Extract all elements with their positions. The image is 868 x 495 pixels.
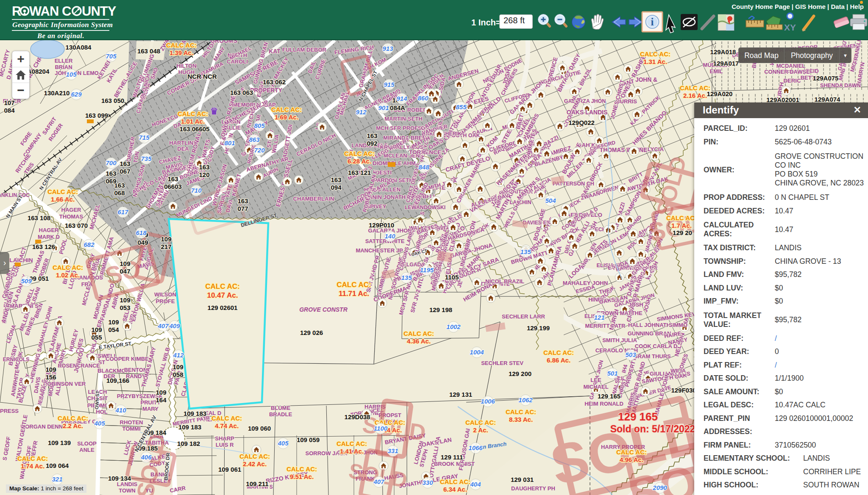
svg-text:735: 735 <box>141 155 152 162</box>
svg-text:HAGER: HAGER <box>61 207 82 213</box>
svg-text:109 134: 109 134 <box>108 475 131 482</box>
svg-text:720: 720 <box>254 147 265 154</box>
svg-text:107: 107 <box>4 99 14 106</box>
svg-text:CALC AC:: CALC AC: <box>271 106 302 113</box>
svg-text:163 099: 163 099 <box>85 112 108 119</box>
svg-text:4.96 Ac.: 4.96 Ac. <box>620 456 643 463</box>
svg-text:4.74 Ac.: 4.74 Ac. <box>215 422 239 429</box>
svg-text:321: 321 <box>52 476 62 483</box>
svg-text:1002: 1002 <box>446 323 461 330</box>
svg-text:ELLER: ELLER <box>55 58 73 64</box>
svg-text:129 198: 129 198 <box>429 306 452 313</box>
svg-text:109 139: 109 139 <box>48 439 71 446</box>
svg-text:509: 509 <box>21 277 32 285</box>
svg-text:CALC AC:: CALC AC: <box>337 440 367 447</box>
svg-text:i: i <box>651 16 654 28</box>
svg-text:848: 848 <box>418 163 429 171</box>
svg-text:163 062: 163 062 <box>263 78 286 86</box>
svg-text:915: 915 <box>384 81 395 88</box>
svg-text:6.86 Ac.: 6.86 Ac. <box>547 357 570 364</box>
svg-text:129 031: 129 031 <box>511 476 534 483</box>
svg-text:901: 901 <box>378 104 389 111</box>
svg-text:109: 109 <box>120 296 130 304</box>
svg-text:156: 156 <box>45 373 56 381</box>
svg-text:CALC AC:: CALC AC: <box>287 465 317 473</box>
svg-text:163 126: 163 126 <box>32 243 55 250</box>
svg-text:129 165: 129 165 <box>618 410 658 423</box>
svg-text:412: 412 <box>172 351 184 359</box>
svg-text:CALC AC:: CALC AC: <box>211 415 242 422</box>
svg-text:MARK D: MARK D <box>38 234 60 240</box>
svg-text:1.74 Ac.: 1.74 Ac. <box>21 462 45 470</box>
svg-text:109,166: 109,166 <box>106 377 129 384</box>
svg-text:CALC AC:: CALC AC: <box>166 41 197 49</box>
svg-text:1.66 Ac.: 1.66 Ac. <box>51 196 75 203</box>
svg-text:CALC AC:: CALC AC: <box>543 349 574 356</box>
svg-text:109: 109 <box>120 260 130 267</box>
svg-text:129 026: 129 026 <box>300 329 323 336</box>
svg-text:069: 069 <box>106 177 116 185</box>
svg-text:MARTIN-SETH: MARTIN-SETH <box>384 116 423 122</box>
svg-text:WILSON: WILSON <box>154 291 176 298</box>
svg-text:410: 410 <box>115 407 126 414</box>
svg-text:163: 163 <box>367 132 377 139</box>
svg-text:130A084: 130A084 <box>66 44 92 51</box>
svg-text:109: 109 <box>172 363 183 371</box>
svg-text:2.2 Ac.: 2.2 Ac. <box>63 422 83 429</box>
svg-text:129A020: 129A020 <box>707 90 733 97</box>
svg-text:PROPERTY: PROPERTY <box>250 87 282 94</box>
svg-text:CALC AC:: CALC AC: <box>680 84 710 91</box>
svg-text:855: 855 <box>456 103 467 111</box>
svg-text:068: 068 <box>114 189 125 196</box>
svg-text:501: 501 <box>607 370 618 377</box>
svg-text:135: 135 <box>401 274 412 281</box>
svg-text:129D038: 129D038 <box>345 413 370 420</box>
svg-text:CALC AC:: CALC AC: <box>666 214 697 221</box>
svg-text:CALC AC:: CALC AC: <box>239 453 270 460</box>
svg-text:109 064: 109 064 <box>46 462 69 469</box>
svg-text:JOSH: JOSH <box>628 301 643 308</box>
svg-text:KAT: KAT <box>269 48 281 55</box>
svg-text:092: 092 <box>367 140 377 147</box>
svg-text:055: 055 <box>91 334 102 341</box>
svg-text:120: 120 <box>199 171 209 178</box>
svg-text:NICOL BRAZIL: NICOL BRAZIL <box>485 278 524 285</box>
svg-text:SMITH JULIA: SMITH JULIA <box>602 337 637 343</box>
svg-text:GROOMS: GROOMS <box>210 40 237 44</box>
svg-text:CALC AC:: CALC AC: <box>178 110 208 117</box>
svg-text:SLOOP: SLOOP <box>77 440 97 447</box>
svg-text:CALC AC:: CALC AC: <box>53 264 83 271</box>
svg-text:913: 913 <box>382 45 393 52</box>
svg-text:LUIS R: LUIS R <box>216 442 234 448</box>
svg-text:1.41 Ac.: 1.41 Ac. <box>340 448 364 455</box>
svg-text:COOPER KIMBE: COOPER KIMBE <box>106 356 149 362</box>
svg-text:129 111: 129 111 <box>441 454 463 461</box>
svg-text:SIMMO: SIMMO <box>669 322 687 328</box>
svg-text:617: 617 <box>117 208 128 216</box>
svg-text:860: 860 <box>417 94 428 102</box>
svg-text:129Q022: 129Q022 <box>568 119 595 126</box>
svg-text:NCR NCR: NCR NCR <box>187 73 217 80</box>
svg-text:129 200: 129 200 <box>509 370 531 377</box>
svg-text:CALC AC:: CALC AC: <box>337 281 371 289</box>
svg-text:163: 163 <box>106 170 116 177</box>
svg-text:1.01 Ac.: 1.01 Ac. <box>181 118 205 125</box>
svg-text:ROBINSON VER: ROBINSON VER <box>43 381 86 387</box>
svg-text:805: 805 <box>254 122 265 129</box>
svg-text:109: 109 <box>156 389 166 396</box>
svg-text:ROSENCRANCE: ROSENCRANCE <box>58 363 100 369</box>
svg-text:PROFE: PROFE <box>156 298 175 304</box>
svg-text:084: 084 <box>4 107 15 114</box>
svg-text:129 131: 129 131 <box>449 391 472 398</box>
svg-text:HAGER: HAGER <box>39 227 59 233</box>
svg-text:109 183: 109 183 <box>178 423 201 431</box>
svg-text:6.34 Ac.: 6.34 Ac. <box>443 486 467 493</box>
svg-text:700: 700 <box>106 159 117 166</box>
svg-text:109: 109 <box>91 326 102 333</box>
svg-text:109 211: 109 211 <box>246 480 268 487</box>
svg-text:129 02601: 129 02601 <box>208 304 238 311</box>
svg-text:SHENDA DAWN: SHENDA DAWN <box>820 82 861 88</box>
svg-text:1.02 Ac.: 1.02 Ac. <box>56 271 80 279</box>
svg-text:11.71 Ac.: 11.71 Ac. <box>339 290 369 298</box>
svg-text:503: 503 <box>625 351 636 358</box>
